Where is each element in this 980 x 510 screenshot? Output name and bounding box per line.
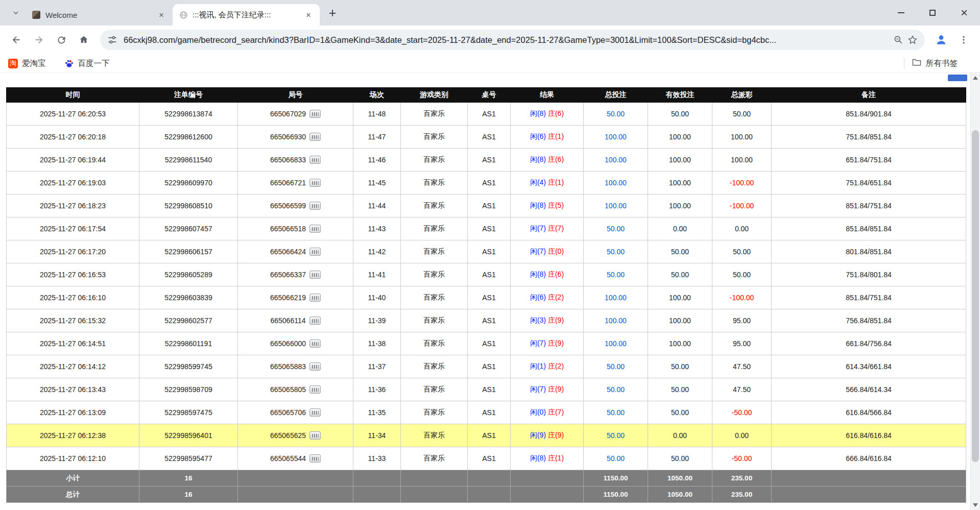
scroll-up-button[interactable] (971, 73, 980, 83)
cell-result: 闲(0) 庄(7) (511, 401, 584, 424)
cell-valid-bet: 50.00 (648, 355, 712, 378)
star-icon (907, 35, 918, 45)
tab-close-icon[interactable] (156, 10, 166, 20)
round-detail-icon[interactable] (309, 317, 321, 325)
tab-title: Welcome (45, 11, 153, 19)
table-row[interactable]: 2025-11-27 06:20:18522998612600665066930… (7, 126, 966, 149)
zoom-button[interactable] (893, 35, 903, 45)
table-row[interactable]: 2025-11-27 06:13:43522998598709665065805… (7, 378, 966, 401)
round-detail-icon[interactable] (309, 431, 321, 440)
total-bet-link[interactable]: 100.00 (605, 179, 627, 187)
close-button[interactable] (948, 0, 980, 26)
total-bet-link[interactable]: 50.00 (607, 110, 625, 118)
cell-table-no: AS1 (468, 195, 511, 217)
column-header: 总投注 (584, 88, 648, 103)
cell-valid-bet: 100.00 (648, 332, 712, 355)
round-detail-icon[interactable] (309, 271, 321, 279)
bookmark-baidu[interactable]: 百度一下 (64, 58, 110, 69)
address-bar[interactable]: 66cxkj98.com/game/betrecord_search/kind3… (100, 30, 925, 50)
new-tab-button[interactable] (324, 4, 341, 21)
scroll-down-button[interactable] (971, 500, 980, 510)
tab-welcome[interactable]: Welcome (26, 4, 173, 26)
round-detail-icon[interactable] (309, 408, 321, 417)
total-bet-link[interactable]: 50.00 (607, 248, 625, 256)
cell-game-type: 百家乐 (401, 149, 468, 172)
tab-title: :::视讯, 会员下注纪录::: (193, 10, 300, 20)
cell-total-bet: 50.00 (584, 240, 648, 263)
footer-cell (353, 470, 401, 487)
cell-valid-bet: 50.00 (648, 447, 712, 470)
total-bet-link[interactable]: 50.00 (607, 385, 625, 394)
tab-betrecord[interactable]: :::视讯, 会员下注纪录::: (173, 4, 320, 26)
round-detail-icon[interactable] (309, 248, 321, 256)
table-row[interactable]: 2025-11-27 06:14:12522998599745665065883… (7, 355, 966, 378)
profile-button[interactable] (931, 30, 951, 50)
cell-game-type: 百家乐 (401, 217, 468, 240)
round-detail-icon[interactable] (309, 362, 321, 371)
round-detail-icon[interactable] (309, 339, 321, 348)
round-detail-icon[interactable] (309, 294, 321, 302)
footer-cell: 总计 (7, 487, 139, 503)
total-bet-link[interactable]: 100.00 (605, 317, 627, 325)
table-row[interactable]: 2025-11-27 06:13:09522998597475665065706… (7, 401, 966, 424)
table-row[interactable]: 2025-11-27 06:17:54522998607457665066518… (7, 217, 966, 240)
table-row[interactable]: 2025-11-27 06:16:10522998603839665066219… (7, 286, 966, 309)
total-bet-link[interactable]: 100.00 (605, 294, 627, 302)
refresh-button[interactable] (51, 30, 71, 50)
bookmark-taobao[interactable]: 淘 爱淘宝 (8, 58, 46, 69)
column-header: 游戏类别 (401, 88, 468, 103)
result-player: 闲(7) (530, 385, 546, 393)
cell-total-bet: 100.00 (584, 195, 648, 217)
total-bet-link[interactable]: 50.00 (607, 271, 625, 279)
table-row[interactable]: 2025-11-27 06:17:20522998606157665066424… (7, 240, 966, 263)
cell-valid-bet: 100.00 (648, 172, 712, 195)
back-button[interactable] (6, 30, 27, 50)
table-row[interactable]: 2025-11-27 06:15:32522998602577665066114… (7, 309, 966, 332)
table-row[interactable]: 2025-11-27 06:19:44522998611540665066833… (7, 149, 966, 172)
cell-bet-no: 522998612600 (139, 126, 238, 149)
total-bet-link[interactable]: 50.00 (607, 408, 625, 417)
total-bet-link[interactable]: 50.00 (607, 362, 625, 371)
maximize-button[interactable] (917, 0, 948, 26)
total-bet-link[interactable]: 100.00 (605, 202, 627, 210)
total-bet-link[interactable]: 50.00 (607, 454, 625, 463)
round-detail-icon[interactable] (309, 202, 321, 210)
round-detail-icon[interactable] (309, 133, 321, 141)
table-row[interactable]: 2025-11-27 06:18:23522998608510665066599… (7, 195, 966, 217)
total-bet-link[interactable]: 100.00 (605, 339, 627, 348)
table-row[interactable]: 2025-11-27 06:12:38522998596401665065625… (7, 424, 966, 447)
cell-session: 11-43 (353, 217, 401, 240)
minimize-button[interactable] (885, 0, 917, 26)
round-detail-icon[interactable] (309, 179, 321, 187)
menu-button[interactable] (953, 30, 974, 50)
round-detail-icon[interactable] (309, 156, 321, 164)
table-row[interactable]: 2025-11-27 06:20:53522998613874665067029… (7, 103, 966, 126)
forward-button[interactable] (29, 30, 49, 50)
tab-close-icon[interactable] (303, 10, 314, 20)
total-bet-link[interactable]: 50.00 (607, 225, 625, 233)
tab-search-button[interactable] (7, 4, 25, 21)
total-bet-link[interactable]: 100.00 (605, 156, 627, 164)
table-row[interactable]: 2025-11-27 06:19:03522998609970665066721… (7, 172, 966, 195)
cell-bet-no: 522998606157 (139, 240, 238, 263)
round-detail-icon[interactable] (309, 110, 321, 118)
table-row[interactable]: 2025-11-27 06:16:53522998605289665066337… (7, 263, 966, 286)
scrollbar[interactable] (970, 73, 980, 510)
table-row[interactable]: 2025-11-27 06:14:51522998601191665066000… (7, 332, 966, 355)
bookmark-this-tab-button[interactable] (907, 35, 918, 45)
total-bet-link[interactable]: 50.00 (607, 431, 625, 440)
round-detail-icon[interactable] (309, 225, 321, 233)
all-bookmarks-button[interactable]: 所有书签 (904, 57, 958, 69)
round-detail-icon[interactable] (309, 454, 321, 463)
column-header: 场次 (353, 88, 401, 103)
round-detail-icon[interactable] (309, 385, 321, 394)
total-bet-link[interactable]: 100.00 (605, 133, 627, 141)
cell-bet-no: 522998609970 (139, 172, 238, 195)
home-button[interactable] (74, 30, 94, 50)
scroll-thumb[interactable] (972, 130, 979, 462)
site-info-tune-icon[interactable] (107, 35, 117, 45)
cell-table-no: AS1 (468, 447, 511, 470)
table-row[interactable]: 2025-11-27 06:12:10522998595477665065544… (7, 447, 966, 470)
url-text[interactable]: 66cxkj98.com/game/betrecord_search/kind3… (124, 35, 883, 45)
partial-blue-button[interactable] (948, 75, 967, 81)
